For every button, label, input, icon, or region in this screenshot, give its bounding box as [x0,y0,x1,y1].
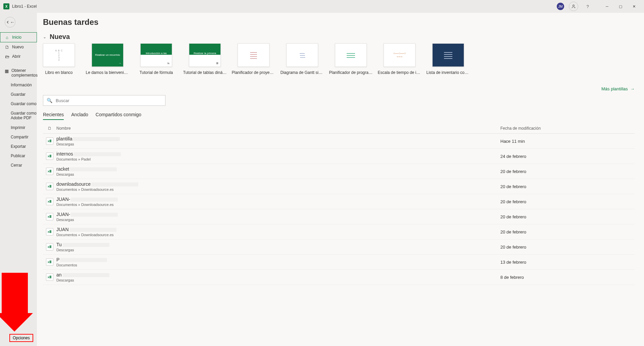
template-label: Escala de tiempo de infograf... [378,70,422,75]
greeting-title: Buenas tardes [43,17,635,27]
search-icon: 🔍 [47,98,52,103]
file-path: Descargas [56,142,500,146]
excel-file-icon: X≣ [46,213,53,220]
file-row[interactable]: X≣TuDescargas20 de febrero [43,240,635,255]
excel-file-icon: X≣ [46,198,53,205]
close-button[interactable]: ✕ [627,1,641,11]
sidebar-item-guardar-como-pdf[interactable]: Guardar como Adobe PDF [0,109,37,123]
sidebar-item-compartir[interactable]: Compartir [0,132,37,142]
file-path: Descargas [56,248,500,252]
help-button[interactable]: ? [583,2,592,11]
sidebar-item-informacion[interactable]: Información [0,80,37,90]
excel-file-icon: X≣ [46,228,53,235]
file-name: plantilla [56,136,500,141]
file-row[interactable]: X≣anDescargas8 de febrero [43,270,635,285]
sidebar-item-nuevo[interactable]: 🗋 Nuevo [0,42,37,52]
sidebar-item-label: Opciones [13,336,30,340]
file-row[interactable]: X≣PDocumentos13 de febrero [43,255,635,270]
sidebar-item-label: Compartir [11,135,29,139]
open-folder-icon: 🗁 [5,54,9,59]
excel-file-icon: X≣ [46,243,53,251]
back-button[interactable]: ← [5,17,15,28]
backstage-sidebar: ← ⌂ Inicio 🗋 Nuevo 🗁 Abrir ▦ Obtener com… [0,13,37,346]
arrow-icon: → [117,61,122,66]
sidebar-item-obtener-complementos[interactable]: ▦ Obtener complementos [0,66,37,80]
file-date: Hace 11 min [500,139,635,144]
account-sync-icon[interactable] [569,2,578,11]
sidebar-item-label: Cerrar [11,163,22,168]
sidebar-item-label: Exportar [11,144,26,149]
sidebar-item-abrir[interactable]: 🗁 Abrir [0,52,37,61]
template-card[interactable]: ○—○—○~~~ Escala de tiempo de infograf... [384,43,415,75]
excel-file-icon: X≣ [46,183,53,190]
excel-file-icon: X≣ [46,258,53,266]
tab-compartidos[interactable]: Compartidos conmigo [96,112,141,120]
template-label: Tutorial de fórmula [135,70,178,75]
template-card[interactable]: ▬▬▬▬▬▬▬▬▬▬▬▬▬▬▬ Planificador de programa… [335,43,367,75]
file-row[interactable]: X≣racketDescargas20 de febrero [43,164,635,179]
sidebar-item-guardar[interactable]: Guardar [0,90,37,99]
file-path: Documentos » Downloadsource.es [56,187,500,191]
file-row[interactable]: X≣internosDocumentos » Padel24 de febrer… [43,149,635,164]
sidebar-item-opciones[interactable]: Opciones [9,334,33,342]
tab-anclado[interactable]: Anclado [71,112,88,120]
sidebar-item-guardar-como[interactable]: Guardar como [0,99,37,109]
template-card[interactable]: Introducción a las Fórmulasfx Tutorial d… [140,43,172,75]
sidebar-item-label: Publicar [11,154,25,158]
templates-row: A B C1234 Libro en blanco Realizar un re… [43,43,635,75]
file-name: internos [56,151,500,157]
excel-file-icon: X≣ [46,137,53,145]
sidebar-item-label: Obtener complementos [11,68,38,78]
file-name: P [56,257,500,262]
sidebar-item-label: Imprimir [11,125,25,130]
sidebar-item-imprimir[interactable]: Imprimir [0,123,37,132]
sidebar-item-cerrar[interactable]: Cerrar [0,161,37,170]
file-row[interactable]: X≣JUAN-Descargas20 de febrero [43,209,635,224]
sidebar-item-label: Inicio [12,35,21,40]
file-date: 20 de febrero [500,169,635,174]
template-card[interactable]: A B C1234 Libro en blanco [43,43,75,75]
sidebar-item-inicio[interactable]: ⌂ Inicio [0,32,37,42]
file-path: Documentos » Padel [56,157,500,161]
file-row[interactable]: X≣plantillaDescargasHace 11 min [43,134,635,149]
file-name: JUAN- [56,212,500,217]
home-icon: ⌂ [5,35,9,40]
more-templates-link[interactable]: Más plantillas → [601,86,635,91]
fx-icon: fx [166,61,171,66]
file-date: 20 de febrero [500,229,635,234]
template-label: Libro en blanco [37,70,81,75]
template-card[interactable]: Realizar un recorrido→ Le damos la bienv… [92,43,123,75]
template-card[interactable]: ▬▬▬▬▬▬▬▬▬▬▬▬▬▬▬▬ Planificador de proyect… [238,43,269,75]
file-path: Documentos » Downloadsource.es [56,203,500,207]
file-row[interactable]: X≣downloadsourceDocumentos » Downloadsou… [43,179,635,194]
new-file-icon: 🗋 [5,45,9,49]
file-name: JUAN [56,227,500,232]
file-name: racket [56,166,500,172]
sidebar-item-publicar[interactable]: Publicar [0,151,37,161]
file-path: Documentos » Downloadsource.es [56,233,500,237]
sidebar-item-label: Información [11,83,32,87]
file-path: Descargas [56,218,500,222]
user-avatar[interactable]: JM [557,3,564,10]
sidebar-item-exportar[interactable]: Exportar [0,142,37,151]
template-card[interactable]: ▬▬▬▬▬▬▬▬▬▬▬▬▬▬▬▬▬▬▬▬ Lista de inventario… [432,43,464,75]
maximize-button[interactable]: ▢ [614,1,627,11]
search-box[interactable]: 🔍 [43,95,165,106]
window-title: Libro1 - Excel [12,4,37,9]
recent-tabs: Recientes Anclado Compartidos conmigo [43,112,635,120]
file-row[interactable]: X≣JUAN-Documentos » Downloadsource.es20 … [43,194,635,209]
file-row[interactable]: X≣JUANDocumentos » Downloadsource.es20 d… [43,224,635,240]
sidebar-item-label: Guardar como Adobe PDF [11,111,37,121]
excel-file-icon: X≣ [46,153,53,160]
excel-app-icon: X [3,3,9,9]
sidebar-item-label: Guardar como [11,101,37,106]
collapse-new-icon[interactable]: ⌄ [43,35,46,39]
search-input[interactable] [56,98,162,103]
tab-recientes[interactable]: Recientes [43,112,64,120]
titlebar: X Libro1 - Excel JM ? ─ ▢ ✕ [0,0,644,13]
minimize-button[interactable]: ─ [600,1,614,11]
excel-file-icon: X≣ [46,168,53,175]
template-card[interactable]: ▬▬▬ ▬▬▬ ▬▬▬ Diagrama de Gantt simple [286,43,318,75]
template-card[interactable]: Realizar la primera Tabla dinámica⊞ Tuto… [189,43,221,75]
main-content: Buenas tardes ⌄ Nueva A B C1234 Libro en… [37,13,644,346]
